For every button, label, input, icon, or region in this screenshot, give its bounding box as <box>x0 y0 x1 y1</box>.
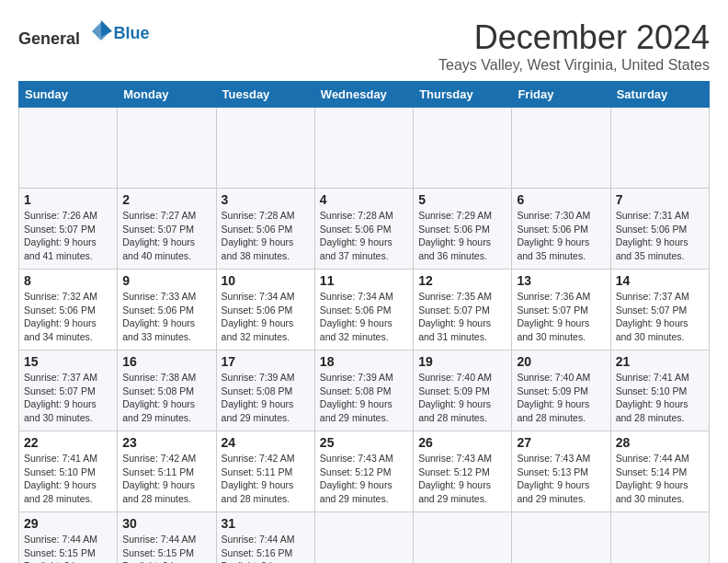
day-info: Sunrise: 7:44 AMSunset: 5:14 PMDaylight:… <box>616 452 704 506</box>
logo: General Blue <box>18 18 150 49</box>
logo-icon <box>88 18 114 44</box>
calendar-cell <box>512 108 610 189</box>
day-info: Sunrise: 7:44 AMSunset: 5:16 PMDaylight:… <box>222 533 310 563</box>
calendar-table: SundayMondayTuesdayWednesdayThursdayFrid… <box>18 81 710 563</box>
calendar-cell: 18Sunrise: 7:39 AMSunset: 5:08 PMDayligh… <box>314 350 413 431</box>
day-number: 10 <box>222 273 310 288</box>
day-info: Sunrise: 7:44 AMSunset: 5:15 PMDaylight:… <box>24 533 112 563</box>
day-info: Sunrise: 7:35 AMSunset: 5:07 PMDaylight:… <box>418 290 506 344</box>
day-info: Sunrise: 7:42 AMSunset: 5:11 PMDaylight:… <box>222 452 310 506</box>
day-info: Sunrise: 7:43 AMSunset: 5:13 PMDaylight:… <box>517 452 605 506</box>
page-header: General Blue December 2024 Teays Valley,… <box>18 18 710 74</box>
calendar-cell: 8Sunrise: 7:32 AMSunset: 5:06 PMDaylight… <box>19 270 118 350</box>
day-number: 18 <box>320 354 408 369</box>
calendar-cell: 24Sunrise: 7:42 AMSunset: 5:11 PMDayligh… <box>216 431 314 512</box>
day-number: 9 <box>122 273 210 288</box>
day-number: 21 <box>616 354 704 369</box>
day-info: Sunrise: 7:40 AMSunset: 5:09 PMDaylight:… <box>418 371 506 425</box>
month-title: December 2024 <box>438 18 710 57</box>
calendar-cell <box>414 512 512 564</box>
day-number: 22 <box>24 435 112 450</box>
day-number: 4 <box>320 192 408 207</box>
calendar-cell: 22Sunrise: 7:41 AMSunset: 5:10 PMDayligh… <box>19 431 118 512</box>
day-info: Sunrise: 7:28 AMSunset: 5:06 PMDaylight:… <box>320 209 408 263</box>
day-info: Sunrise: 7:30 AMSunset: 5:06 PMDaylight:… <box>517 209 605 263</box>
calendar-cell: 14Sunrise: 7:37 AMSunset: 5:07 PMDayligh… <box>610 270 709 350</box>
calendar-cell <box>118 108 216 189</box>
logo-general: General <box>18 29 80 48</box>
day-info: Sunrise: 7:32 AMSunset: 5:06 PMDaylight:… <box>24 290 112 344</box>
calendar-cell: 17Sunrise: 7:39 AMSunset: 5:08 PMDayligh… <box>216 350 314 431</box>
day-number: 7 <box>616 192 704 207</box>
calendar-cell: 20Sunrise: 7:40 AMSunset: 5:09 PMDayligh… <box>512 350 610 431</box>
calendar-cell <box>610 512 709 564</box>
calendar-cell: 9Sunrise: 7:33 AMSunset: 5:06 PMDaylight… <box>118 270 216 350</box>
day-number: 6 <box>517 192 605 207</box>
calendar-week-row: 22Sunrise: 7:41 AMSunset: 5:10 PMDayligh… <box>19 431 710 512</box>
day-number: 15 <box>24 354 112 369</box>
calendar-cell: 2Sunrise: 7:27 AMSunset: 5:07 PMDaylight… <box>118 189 216 270</box>
calendar-cell: 11Sunrise: 7:34 AMSunset: 5:06 PMDayligh… <box>314 270 413 350</box>
day-number: 24 <box>222 435 310 450</box>
day-info: Sunrise: 7:33 AMSunset: 5:06 PMDaylight:… <box>122 290 210 344</box>
calendar-cell: 30Sunrise: 7:44 AMSunset: 5:15 PMDayligh… <box>118 512 216 564</box>
day-info: Sunrise: 7:28 AMSunset: 5:06 PMDaylight:… <box>222 209 310 263</box>
location-title: Teays Valley, West Virginia, United Stat… <box>438 57 710 74</box>
calendar-cell: 29Sunrise: 7:44 AMSunset: 5:15 PMDayligh… <box>19 512 118 564</box>
day-info: Sunrise: 7:27 AMSunset: 5:07 PMDaylight:… <box>122 209 210 263</box>
day-number: 16 <box>122 354 210 369</box>
header-thursday: Thursday <box>414 82 512 108</box>
day-info: Sunrise: 7:41 AMSunset: 5:10 PMDaylight:… <box>24 452 112 506</box>
header-monday: Monday <box>118 82 216 108</box>
day-number: 19 <box>418 354 506 369</box>
calendar-cell: 19Sunrise: 7:40 AMSunset: 5:09 PMDayligh… <box>414 350 512 431</box>
calendar-cell: 6Sunrise: 7:30 AMSunset: 5:06 PMDaylight… <box>512 189 610 270</box>
day-number: 14 <box>616 273 704 288</box>
calendar-week-row <box>19 108 710 189</box>
day-number: 12 <box>418 273 506 288</box>
day-number: 30 <box>122 516 210 531</box>
calendar-cell: 31Sunrise: 7:44 AMSunset: 5:16 PMDayligh… <box>216 512 314 564</box>
calendar-cell <box>414 108 512 189</box>
day-info: Sunrise: 7:37 AMSunset: 5:07 PMDaylight:… <box>24 371 112 425</box>
day-info: Sunrise: 7:34 AMSunset: 5:06 PMDaylight:… <box>222 290 310 344</box>
day-info: Sunrise: 7:34 AMSunset: 5:06 PMDaylight:… <box>320 290 408 344</box>
calendar-cell: 28Sunrise: 7:44 AMSunset: 5:14 PMDayligh… <box>610 431 709 512</box>
day-number: 11 <box>320 273 408 288</box>
day-number: 13 <box>517 273 605 288</box>
day-number: 26 <box>418 435 506 450</box>
day-info: Sunrise: 7:36 AMSunset: 5:07 PMDaylight:… <box>517 290 605 344</box>
calendar-header-row: SundayMondayTuesdayWednesdayThursdayFrid… <box>19 82 710 108</box>
calendar-cell: 27Sunrise: 7:43 AMSunset: 5:13 PMDayligh… <box>512 431 610 512</box>
day-info: Sunrise: 7:39 AMSunset: 5:08 PMDaylight:… <box>222 371 310 425</box>
day-info: Sunrise: 7:31 AMSunset: 5:06 PMDaylight:… <box>616 209 704 263</box>
calendar-cell: 16Sunrise: 7:38 AMSunset: 5:08 PMDayligh… <box>118 350 216 431</box>
calendar-cell: 26Sunrise: 7:43 AMSunset: 5:12 PMDayligh… <box>414 431 512 512</box>
calendar-cell <box>19 108 118 189</box>
day-number: 28 <box>616 435 704 450</box>
calendar-cell: 4Sunrise: 7:28 AMSunset: 5:06 PMDaylight… <box>314 189 413 270</box>
day-info: Sunrise: 7:39 AMSunset: 5:08 PMDaylight:… <box>320 371 408 425</box>
day-info: Sunrise: 7:43 AMSunset: 5:12 PMDaylight:… <box>320 452 408 506</box>
calendar-cell: 3Sunrise: 7:28 AMSunset: 5:06 PMDaylight… <box>216 189 314 270</box>
day-number: 29 <box>24 516 112 531</box>
logo-blue: Blue <box>114 24 150 42</box>
calendar-week-row: 1Sunrise: 7:26 AMSunset: 5:07 PMDaylight… <box>19 189 710 270</box>
day-number: 5 <box>418 192 506 207</box>
calendar-cell: 7Sunrise: 7:31 AMSunset: 5:06 PMDaylight… <box>610 189 709 270</box>
day-number: 8 <box>24 273 112 288</box>
title-section: December 2024 Teays Valley, West Virgini… <box>438 18 710 74</box>
day-info: Sunrise: 7:42 AMSunset: 5:11 PMDaylight:… <box>122 452 210 506</box>
day-number: 31 <box>222 516 310 531</box>
calendar-cell <box>610 108 709 189</box>
calendar-week-row: 29Sunrise: 7:44 AMSunset: 5:15 PMDayligh… <box>19 512 710 564</box>
day-info: Sunrise: 7:29 AMSunset: 5:06 PMDaylight:… <box>418 209 506 263</box>
day-number: 27 <box>517 435 605 450</box>
day-info: Sunrise: 7:26 AMSunset: 5:07 PMDaylight:… <box>24 209 112 263</box>
day-info: Sunrise: 7:37 AMSunset: 5:07 PMDaylight:… <box>616 290 704 344</box>
header-tuesday: Tuesday <box>216 82 314 108</box>
calendar-cell: 25Sunrise: 7:43 AMSunset: 5:12 PMDayligh… <box>314 431 413 512</box>
calendar-cell: 12Sunrise: 7:35 AMSunset: 5:07 PMDayligh… <box>414 270 512 350</box>
day-number: 23 <box>122 435 210 450</box>
day-info: Sunrise: 7:38 AMSunset: 5:08 PMDaylight:… <box>122 371 210 425</box>
